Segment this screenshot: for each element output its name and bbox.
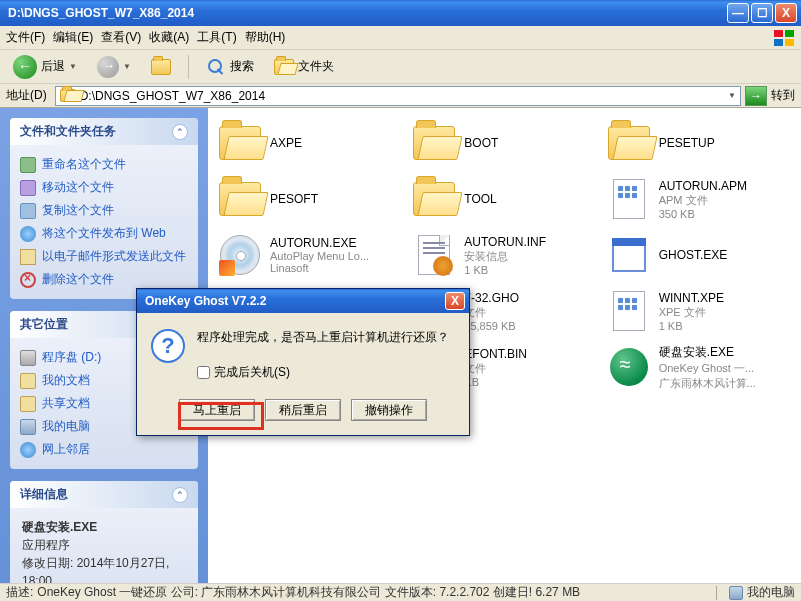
forward-button[interactable]: ▼ <box>90 53 138 81</box>
menu-file[interactable]: 文件(F) <box>6 29 45 46</box>
other-body: 程序盘 (D:) 我的文档 共享文档 我的电脑 网上邻居 <box>10 338 198 469</box>
menu-favorites[interactable]: 收藏(A) <box>149 29 189 46</box>
docs-icon <box>20 396 36 412</box>
file-sub2: 350 KB <box>659 208 791 220</box>
tasks-header[interactable]: 文件和文件夹任务 ⌃ <box>10 118 198 145</box>
file-name: TOOL <box>464 192 596 206</box>
menubar: 文件(F) 编辑(E) 查看(V) 收藏(A) 工具(T) 帮助(H) <box>0 26 801 50</box>
toolbar: 后退 ▼ ▼ 搜索 文件夹 <box>0 50 801 84</box>
address-input[interactable]: D:\DNGS_GHOST_W7_X86_2014 ▼ <box>55 86 741 106</box>
windows-logo-icon <box>773 29 795 47</box>
detail-modified-label: 修改日期: <box>22 556 73 570</box>
file-item[interactable]: GHOST.EXE <box>607 230 791 280</box>
file-item[interactable]: AUTORUN.EXE AutoPlay Menu Lo... Linasoft <box>218 230 402 280</box>
file-name: WINNT.XPE <box>659 291 791 305</box>
details-header-label: 详细信息 <box>20 486 68 503</box>
svg-rect-2 <box>774 39 783 46</box>
menu-view[interactable]: 查看(V) <box>101 29 141 46</box>
place-disk[interactable]: 程序盘 (D:) <box>20 346 188 369</box>
place-mydocs[interactable]: 我的文档 <box>20 369 188 392</box>
go-label: 转到 <box>771 87 795 104</box>
file-name: 7-32.GHO <box>464 291 596 305</box>
file-grid: AXPE BOOT PESETUP PESOFT TOOL AUTORUN.AP… <box>218 118 791 392</box>
close-button[interactable]: X <box>775 3 797 23</box>
task-email[interactable]: 以电子邮件形式发送此文件 <box>20 245 188 268</box>
folders-icon <box>274 59 294 75</box>
folder-icon <box>219 126 261 160</box>
collapse-icon[interactable]: ⌃ <box>172 487 188 503</box>
collapse-icon[interactable]: ⌃ <box>172 124 188 140</box>
file-name: GHOST.EXE <box>659 248 791 262</box>
file-item[interactable]: PESETUP <box>607 118 791 168</box>
back-label: 后退 <box>41 58 65 75</box>
place-shared[interactable]: 共享文档 <box>20 392 188 415</box>
address-dropdown-icon[interactable]: ▼ <box>728 91 736 100</box>
folder-up-icon <box>151 59 171 75</box>
maximize-button[interactable]: ☐ <box>751 3 773 23</box>
forward-dropdown-icon[interactable]: ▼ <box>123 62 131 71</box>
font-file-icon: A <box>418 347 450 387</box>
task-move[interactable]: 移动这个文件 <box>20 176 188 199</box>
file-name: BOOT <box>464 136 596 150</box>
back-dropdown-icon[interactable]: ▼ <box>69 62 77 71</box>
menu-edit[interactable]: 编辑(E) <box>53 29 93 46</box>
task-delete[interactable]: 删除这个文件 <box>20 268 188 291</box>
menu-tools[interactable]: 工具(T) <box>197 29 236 46</box>
statusbar: 描述: OneKey Ghost 一键还原 公司: 广东雨林木风计算机科技有限公… <box>0 583 801 601</box>
address-path: D:\DNGS_GHOST_W7_X86_2014 <box>80 89 265 103</box>
docs-icon <box>20 373 36 389</box>
details-body: 硬盘安装.EXE 应用程序 修改日期: 2014年10月27日, 18:00 大… <box>10 508 198 583</box>
file-sub1: AutoPlay Menu Lo... <box>270 250 402 262</box>
file-sub1: 文件 <box>464 305 596 320</box>
detail-type: 应用程序 <box>22 536 186 554</box>
status-location: 我的电脑 <box>729 584 795 601</box>
collapse-icon[interactable]: ⌃ <box>172 317 188 333</box>
up-button[interactable] <box>144 56 178 78</box>
place-computer[interactable]: 我的电脑 <box>20 415 188 438</box>
task-copy[interactable]: 复制这个文件 <box>20 199 188 222</box>
file-name: AUTORUN.EXE <box>270 236 402 250</box>
web-icon <box>20 226 36 242</box>
main-area: 文件和文件夹任务 ⌃ 重命名这个文件 移动这个文件 复制这个文件 将这个文件发布… <box>0 108 801 583</box>
file-sub2: 广东雨林木风计算... <box>659 376 791 391</box>
file-item[interactable]: 7-32.GHO 文件 85,859 KB <box>412 286 596 336</box>
other-header[interactable]: 其它位置 ⌃ <box>10 311 198 338</box>
file-item[interactable]: 硬盘安装.EXE OneKey Ghost 一... 广东雨林木风计算... <box>607 342 791 392</box>
file-item[interactable]: AUTORUN.APM APM 文件 350 KB <box>607 174 791 224</box>
file-sub1: XPE 文件 <box>659 305 791 320</box>
address-label: 地址(D) <box>6 87 47 104</box>
go-button[interactable]: → <box>745 86 767 106</box>
file-sub1: 文件 <box>464 361 596 376</box>
menu-help[interactable]: 帮助(H) <box>245 29 286 46</box>
file-item[interactable]: AXPE <box>218 118 402 168</box>
computer-icon <box>20 419 36 435</box>
search-button[interactable]: 搜索 <box>199 54 261 80</box>
svg-rect-1 <box>785 30 794 37</box>
task-rename[interactable]: 重命名这个文件 <box>20 153 188 176</box>
file-item[interactable]: AUTORUN.INF 安装信息 1 KB <box>412 230 596 280</box>
file-item[interactable]: BOOT <box>412 118 596 168</box>
sidebar: 文件和文件夹任务 ⌃ 重命名这个文件 移动这个文件 复制这个文件 将这个文件发布… <box>0 108 208 583</box>
rename-icon <box>20 157 36 173</box>
addressbar: 地址(D) D:\DNGS_GHOST_W7_X86_2014 ▼ → 转到 <box>0 84 801 108</box>
place-network[interactable]: 网上邻居 <box>20 438 188 461</box>
generic-file-icon <box>418 291 450 331</box>
file-item[interactable]: A EFONT.BIN 文件 KB <box>412 342 596 392</box>
minimize-button[interactable]: — <box>727 3 749 23</box>
computer-icon <box>729 586 743 600</box>
copy-icon <box>20 203 36 219</box>
task-publish[interactable]: 将这个文件发布到 Web <box>20 222 188 245</box>
detail-filename: 硬盘安装.EXE <box>22 520 97 534</box>
file-item[interactable]: TOOL <box>412 174 596 224</box>
file-name: AUTORUN.INF <box>464 235 596 249</box>
folders-button[interactable]: 文件夹 <box>267 55 341 78</box>
file-sub2: Linasoft <box>270 262 402 274</box>
files-area[interactable]: AXPE BOOT PESETUP PESOFT TOOL AUTORUN.AP… <box>208 108 801 583</box>
back-button[interactable]: 后退 ▼ <box>6 52 84 82</box>
details-header[interactable]: 详细信息 ⌃ <box>10 481 198 508</box>
file-item[interactable]: WINNT.XPE XPE 文件 1 KB <box>607 286 791 336</box>
details-panel: 详细信息 ⌃ 硬盘安装.EXE 应用程序 修改日期: 2014年10月27日, … <box>10 481 198 583</box>
file-sub2: KB <box>464 376 596 388</box>
folder-icon <box>60 89 76 102</box>
file-item[interactable]: PESOFT <box>218 174 402 224</box>
